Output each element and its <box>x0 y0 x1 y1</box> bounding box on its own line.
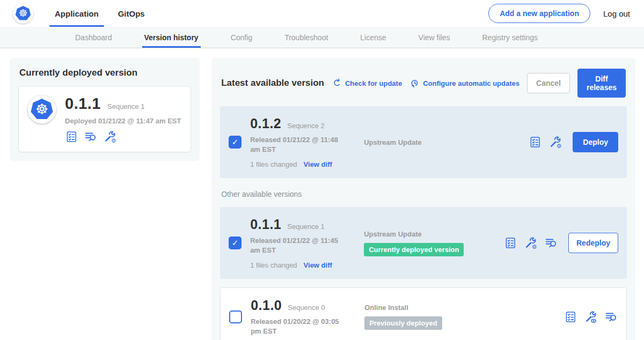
top-nav: ☸ Application GitOps Add a new applicati… <box>0 0 644 27</box>
currently-deployed-badge: Currently deployed version <box>364 243 464 256</box>
subnav-item-registry-settings[interactable]: Registry settings <box>482 27 537 48</box>
available-versions-panel: Latest available version Check for updat… <box>211 58 635 340</box>
released-timestamp: Released 01/21/22 @ 11:48 am EST <box>250 135 350 154</box>
configure-auto-updates-link[interactable]: Configure automatic updates <box>409 78 519 88</box>
tab-application[interactable]: Application <box>55 0 99 27</box>
files-changed-label: 1 files changed <box>250 160 297 168</box>
main-content: Currently deployed version ☸ 0.1.1 Seque… <box>0 48 644 340</box>
diff-releases-button[interactable]: Diff releases <box>577 69 626 98</box>
view-diff-link[interactable]: View diff <box>304 160 332 168</box>
edit-config-icon[interactable] <box>524 236 537 249</box>
source-label: Upstream Update <box>364 138 471 146</box>
deployed-panel-title: Currently deployed version <box>19 68 191 78</box>
deployed-version-actions <box>65 130 181 143</box>
refresh-icon <box>332 78 342 88</box>
subnav-item-view-files[interactable]: View files <box>419 27 450 48</box>
top-nav-tabs: Application GitOps <box>55 0 145 27</box>
released-timestamp: Released 01/21/22 @ 11:45 am EST <box>250 236 350 255</box>
subnav-item-version-history[interactable]: Version history <box>144 27 199 48</box>
version-number: 0.1.2 <box>250 116 281 131</box>
deployed-timestamp: Deployed 01/21/22 @ 11:47 am EST <box>65 117 181 125</box>
version-source: Upstream Update Currently deployed versi… <box>364 230 471 256</box>
version-number: 0.1.1 <box>250 217 281 232</box>
app-sub-nav: Dashboard Version history Config Trouble… <box>0 27 644 48</box>
source-label: Upstream Update <box>364 230 471 238</box>
released-timestamp: Released 01/20/22 @ 03:05 pm EST <box>251 317 350 336</box>
preflight-checks-icon[interactable] <box>504 236 517 249</box>
logout-link[interactable]: Log out <box>603 9 630 18</box>
version-row-0-1-2: 0.1.2 Sequence 2 Released 01/21/22 @ 11:… <box>220 106 627 178</box>
version-info: 0.1.2 Sequence 2 Released 01/21/22 @ 11:… <box>250 116 355 168</box>
version-row-0-1-1: 0.1.1 Sequence 1 Released 01/21/22 @ 11:… <box>220 207 627 279</box>
sequence-label: Sequence 2 <box>287 122 324 130</box>
version-actions: Deploy <box>529 132 618 152</box>
view-config-icon[interactable] <box>584 311 597 323</box>
edit-config-icon[interactable] <box>104 130 116 143</box>
subnav-item-config[interactable]: Config <box>231 27 252 48</box>
deployed-version-number: 0.1.1 <box>65 95 101 113</box>
version-source: Upstream Update <box>364 138 471 146</box>
sequence-label: Sequence 0 <box>288 304 325 312</box>
previously-deployed-badge: Previously deployed <box>364 316 442 330</box>
tab-gitops[interactable]: GitOps <box>118 0 145 27</box>
subnav-item-license[interactable]: License <box>360 27 386 48</box>
cancel-diff-button[interactable]: Cancel <box>527 73 570 93</box>
view-diff-link[interactable]: View diff <box>304 261 332 269</box>
deploy-logs-icon[interactable] <box>84 130 97 143</box>
kubernetes-heptagon-icon: ☸ <box>31 99 53 120</box>
version-source: Online Install Previously deployed <box>364 304 472 330</box>
deployed-version-card: ☸ 0.1.1 Sequence 1 Deployed 01/21/22 @ 1… <box>18 86 191 152</box>
check-for-update-label: Check for update <box>345 79 402 87</box>
sequence-label: Sequence 1 <box>287 223 324 231</box>
version-select-checkbox[interactable] <box>229 311 242 323</box>
redeploy-button[interactable]: Redeploy <box>568 233 618 253</box>
configure-auto-updates-label: Configure automatic updates <box>423 79 519 87</box>
kots-admin-console: ☸ Application GitOps Add a new applicati… <box>0 0 644 340</box>
kubernetes-heptagon-icon: ☸ <box>16 6 31 21</box>
deploy-button[interactable]: Deploy <box>573 132 618 152</box>
subnav-item-troubleshoot[interactable]: Troubleshoot <box>284 27 328 48</box>
app-icon: ☸ <box>27 95 56 124</box>
version-info: 0.1.1 Sequence 1 Released 01/21/22 @ 11:… <box>250 217 355 269</box>
deploy-logs-icon[interactable] <box>605 311 618 323</box>
version-actions <box>564 311 618 323</box>
subnav-item-dashboard[interactable]: Dashboard <box>75 27 112 48</box>
preflight-checks-icon[interactable] <box>65 130 78 143</box>
preflight-checks-icon[interactable] <box>529 136 541 149</box>
deployed-sequence-label: Sequence 1 <box>107 102 144 110</box>
scheduled-update-icon <box>409 78 420 88</box>
top-nav-right: Add a new application Log out <box>488 4 630 23</box>
helm-wheel-icon: ☸ <box>35 102 48 116</box>
add-new-application-button[interactable]: Add a new application <box>488 4 590 23</box>
source-label: Online Install <box>364 304 472 312</box>
version-row-0-1-0: 0.1.0 Sequence 0 Released 01/20/22 @ 03:… <box>220 287 627 340</box>
helm-wheel-icon: ☸ <box>18 8 27 18</box>
files-changed-label: 1 files changed <box>250 261 297 269</box>
version-info: 0.1.0 Sequence 0 Released 01/20/22 @ 03:… <box>251 298 356 336</box>
version-select-checkbox[interactable] <box>229 236 241 249</box>
available-panel-header: Latest available version Check for updat… <box>221 69 626 98</box>
version-number: 0.1.0 <box>251 298 282 313</box>
deploy-logs-icon[interactable] <box>545 236 558 249</box>
currently-deployed-panel: Currently deployed version ☸ 0.1.1 Seque… <box>10 58 200 161</box>
latest-available-title: Latest available version <box>221 78 324 88</box>
deployed-version-details: 0.1.1 Sequence 1 Deployed 01/21/22 @ 11:… <box>65 95 181 143</box>
version-actions: Redeploy <box>504 233 618 253</box>
kubernetes-logo[interactable]: ☸ <box>13 3 33 24</box>
other-versions-title: Other available versions <box>221 190 626 198</box>
check-for-update-link[interactable]: Check for update <box>332 78 402 88</box>
version-select-checkbox[interactable] <box>229 136 241 149</box>
edit-config-icon[interactable] <box>549 136 562 149</box>
preflight-checks-icon[interactable] <box>564 311 577 323</box>
